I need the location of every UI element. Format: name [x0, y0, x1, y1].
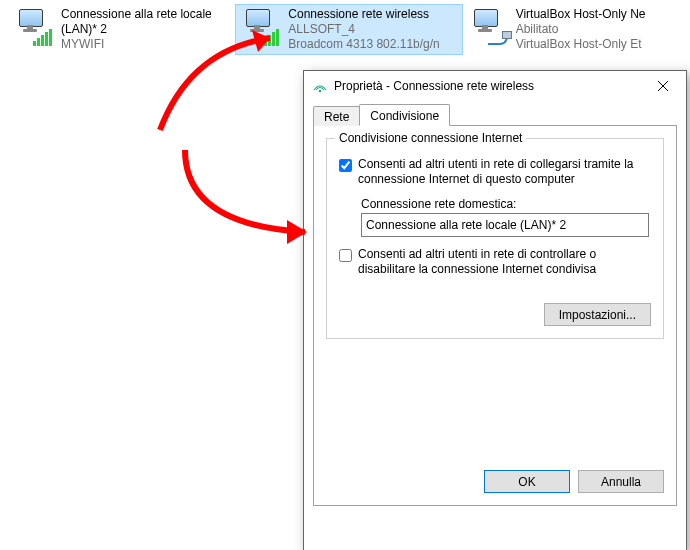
home-connection-label: Connessione rete domestica: — [361, 197, 651, 211]
ok-button[interactable]: OK — [484, 470, 570, 493]
properties-dialog: Proprietà - Connessione rete wireless Re… — [303, 70, 687, 550]
close-button[interactable] — [640, 71, 686, 101]
cancel-button[interactable]: Annulla — [578, 470, 664, 493]
allow-control-checkbox[interactable] — [339, 249, 352, 262]
connection-detail: VirtualBox Host-Only Et — [516, 37, 646, 52]
connection-status: Abilitato — [516, 22, 646, 37]
tab-network[interactable]: Rete — [313, 106, 360, 126]
network-adapter-wifi-icon — [15, 7, 55, 47]
network-adapter-ethernet-icon — [470, 7, 510, 47]
ics-group-title: Condivisione connessione Internet — [335, 131, 526, 145]
connection-status: MYWIFI — [61, 37, 228, 52]
connection-name: Connessione rete wireless — [288, 7, 439, 22]
dialog-title: Proprietà - Connessione rete wireless — [334, 79, 640, 93]
home-connection-value: Connessione alla rete locale (LAN)* 2 — [366, 218, 566, 232]
connection-item-virtualbox[interactable]: VirtualBox Host-Only Ne Abilitato Virtua… — [463, 4, 690, 55]
connection-status: ALLSOFT_4 — [288, 22, 439, 37]
home-connection-dropdown[interactable]: Connessione alla rete locale (LAN)* 2 — [361, 213, 649, 237]
tab-sharing[interactable]: Condivisione — [359, 104, 450, 126]
connection-item-lan[interactable]: Connessione alla rete locale (LAN)* 2 MY… — [8, 4, 235, 55]
dialog-titlebar[interactable]: Proprietà - Connessione rete wireless — [304, 71, 686, 101]
wifi-properties-icon — [312, 78, 328, 94]
allow-control-label: Consenti ad altri utenti in rete di cont… — [358, 247, 651, 277]
network-adapter-wifi-icon — [242, 7, 282, 47]
close-icon — [658, 81, 668, 91]
allow-sharing-label: Consenti ad altri utenti in rete di coll… — [358, 157, 651, 187]
connection-name: VirtualBox Host-Only Ne — [516, 7, 646, 22]
settings-button[interactable]: Impostazioni... — [544, 303, 651, 326]
connection-detail: Broadcom 4313 802.11b/g/n — [288, 37, 439, 52]
ics-groupbox: Condivisione connessione Internet Consen… — [326, 138, 664, 339]
allow-sharing-checkbox[interactable] — [339, 159, 352, 172]
connection-item-wireless[interactable]: Connessione rete wireless ALLSOFT_4 Broa… — [235, 4, 462, 55]
sharing-panel: Condivisione connessione Internet Consen… — [313, 126, 677, 506]
dialog-tabs: Rete Condivisione — [313, 103, 677, 126]
network-connections-list: Connessione alla rete locale (LAN)* 2 MY… — [0, 0, 690, 55]
connection-name: Connessione alla rete locale (LAN)* 2 — [61, 7, 228, 37]
svg-point-0 — [319, 90, 322, 93]
